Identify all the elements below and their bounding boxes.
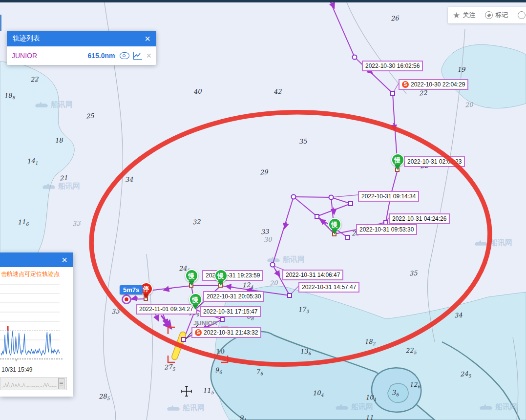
timestamp-text: 2022-10-31 02:02:23 [407,158,462,166]
mark-button[interactable]: 标记 [480,11,513,20]
site-watermark: 船讯网 [34,100,73,109]
close-icon[interactable]: × [145,34,150,43]
slow-pin[interactable]: 慢 [189,293,202,310]
depth-number: 126 [409,380,420,390]
timestamp-text: 2022-10-30 22:04:29 [411,81,465,88]
top-dark-strip [0,0,526,2]
follow-label: 关注 [463,11,475,20]
depth-number: 141 [26,157,38,166]
map-crosshair-cursor [182,386,191,396]
satellite-status-icon: S [402,81,409,88]
depth-number: 35 [409,269,418,277]
track-timestamp-label[interactable]: 2022-10-30 16:02:56 [362,61,423,71]
site-watermark: 船讯网 [474,238,512,248]
depth-number: 26 [390,14,399,22]
mark-label: 标记 [495,11,508,20]
site-watermark: 船讯网 [166,403,205,413]
pin-tail [218,281,224,286]
depth-number: 33 [111,307,120,315]
depth-number: 76 [255,368,263,377]
remove-track-icon[interactable]: × [146,51,151,60]
site-watermark: 船讯网 [479,402,517,412]
depth-number: 21 [59,174,68,182]
follow-button[interactable]: ★ 关注 [448,11,480,20]
ship-name-label[interactable]: JUNIOR [193,319,217,327]
map-toolbar: ★ 关注 标记 [448,7,526,23]
track-timestamp-label[interactable]: 2022-10-31 14:57:47 [298,282,359,293]
pin-tail [332,230,337,234]
timestamp-text: 2022-10-31 09:53:30 [359,226,414,233]
depth-number: 36 [391,389,399,398]
pin-label: 慢 [328,218,341,231]
track-timestamp-label[interactable]: 2022-10-31 14:06:47 [282,270,343,280]
track-list-header: 轨迹列表 × [7,31,156,46]
timestamp-text: 2022-10-31 04:24:26 [392,215,446,223]
track-timestamp-label[interactable]: 2022-10-31 02:02:23 [404,156,465,167]
track-ship-name[interactable]: JUNIOR [12,52,87,60]
boat-icon [166,405,181,412]
depth-number: 40 [193,87,202,95]
depth-number: 275 [164,363,175,372]
tag-icon [485,11,493,19]
track-timestamp-label[interactable]: 2022-10-31 19:23:59 [202,270,263,281]
depth-number: 115 [202,386,213,396]
speed-time-label: 10/31 15:49 [0,365,73,373]
depth-number: 34 [454,311,463,319]
speed-history-panel: × 击航速点可定位轨迹点 10/31 15:49 [0,252,73,397]
depth-number: 245 [460,370,471,379]
site-watermark: 船讯网 [266,255,305,264]
depth-number: 34 [125,175,133,183]
depth-number: 136 [299,347,311,357]
track-timestamp-label[interactable]: 2022-10-31 17:15:47 [200,306,261,317]
track-end-marker[interactable] [122,294,131,304]
slow-pin[interactable]: 慢 [214,269,228,286]
scrollbar-handle[interactable] [58,378,64,389]
depth-number: 11 [365,414,374,420]
slow-pin[interactable]: 慢 [328,218,341,234]
pin-tail [143,294,149,299]
depth-number: 35 [298,137,307,145]
pin-label: 慢 [185,269,198,282]
speed-chart-icon[interactable] [133,52,142,60]
depth-number: 10 [216,348,225,355]
depth-number: 22 [419,89,427,97]
track-timestamp-label[interactable]: 2022-10-31 20:05:30 [203,291,264,302]
timestamp-text: 2022-10-31 21:43:32 [204,329,258,336]
depth-number: 20 [269,279,278,287]
speed-chart[interactable] [0,279,73,365]
timestamp-text: 2022-10-31 14:06:47 [286,271,340,279]
slow-pin[interactable]: 慢 [185,269,198,286]
pin-tail [189,281,194,286]
track-timestamp-label[interactable]: 2022-10-31 09:14:34 [358,191,419,202]
track-timestamp-label[interactable]: 2022-11-01 09:34:27 [136,304,197,315]
boat-icon [479,404,493,411]
track-list-title: 轨迹列表 [13,34,40,43]
depth-number: 96 [214,366,222,376]
pin-label: 慢 [214,269,228,282]
depth-number: 91 [239,414,246,420]
depth-number: 20 [464,101,473,108]
track-row-junior[interactable]: JUNIOR 615.0nm × [7,46,156,65]
slow-pin[interactable]: 慢 [391,153,404,170]
speed-chart-plot [0,279,73,365]
depth-number: 124 [242,281,253,290]
depth-number: 173 [297,305,309,315]
more-button[interactable] [513,11,526,19]
depth-number: 101 [365,393,376,402]
depth-number: 22 [30,75,39,83]
boat-icon [42,183,56,190]
boat-icon [266,256,281,263]
track-distance: 615.0nm [87,52,115,60]
track-timestamp-label[interactable]: 2022-10-31 04:24:26 [389,213,450,224]
boat-icon [474,240,488,247]
timestamp-text: 2022-11-01 09:34:27 [139,305,193,313]
timestamp-text: 2022-10-31 20:05:30 [207,293,261,300]
visibility-eye-icon[interactable] [120,52,129,59]
speed-range-scrollbar[interactable] [0,377,67,390]
track-timestamp-label[interactable]: S2022-10-30 22:04:29 [399,79,468,90]
close-icon[interactable]: × [62,255,67,265]
track-timestamp-label[interactable]: S2022-10-31 21:43:32 [191,327,261,338]
track-timestamp-label[interactable]: 2022-10-31 09:53:30 [356,224,417,235]
boat-icon [335,404,349,411]
stop-duration-tooltip: 5m7s [120,285,143,294]
